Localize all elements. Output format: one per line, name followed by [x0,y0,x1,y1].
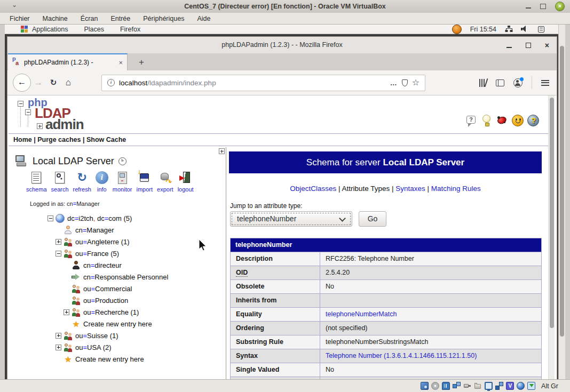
divider [9,133,549,134]
tree-item[interactable]: dc=i2tch, dc=com (5) [7,212,226,224]
schema-nav-item[interactable]: ObjectClasses [290,185,336,193]
tree-item[interactable]: Create new entry here [7,353,226,365]
tooltip-icon[interactable] [465,115,477,126]
recording-icon[interactable] [495,382,503,390]
vbox-menu-item[interactable]: Périphériques [143,15,184,22]
header-link[interactable]: Show Cache [86,136,126,143]
network-icon[interactable] [505,26,512,33]
toolbar-item-export[interactable]: export [155,171,175,193]
schema-nav-item[interactable]: Syntaxes [395,185,425,193]
minimize-button[interactable] [526,7,531,9]
usb-icon[interactable] [463,382,471,390]
firefox-account-icon[interactable] [513,78,522,87]
tab-close-icon[interactable]: × [118,59,123,67]
bug-icon[interactable] [496,115,508,126]
schema-nav-item[interactable]: Matching Rules [431,185,481,193]
gnome-menu-places[interactable]: Places [84,26,104,33]
tree-item[interactable]: cn=Manager [7,224,226,236]
new-tab-button[interactable]: + [134,55,148,69]
network-icon[interactable] [453,382,461,390]
expander-plus-icon[interactable] [56,345,61,350]
restore-button[interactable] [540,4,546,9]
tree-item[interactable]: ou=Angleterre (1) [7,236,226,247]
back-button[interactable] [13,74,31,92]
go-button[interactable]: Go [359,211,386,227]
gnome-menu-firefox[interactable]: Firefox [120,26,140,33]
tree-item[interactable]: ou=Commercial [7,283,226,294]
url-text[interactable]: localhost/ldapadmin/index.php [119,79,386,87]
forward-button[interactable] [31,78,46,87]
toolbar-item-monitor[interactable]: monitor [111,171,134,193]
tab-phpldapadmin[interactable]: phpLDAPadmin (1.2.3) - × [8,53,128,70]
toolbar-item-logout[interactable]: logout [176,171,195,193]
idea-icon[interactable] [481,115,493,126]
pocket-shield-icon[interactable] [402,79,408,86]
hard-disk-icon[interactable] [421,382,429,390]
features-icon[interactable] [506,382,514,390]
firefox-minimize-button[interactable] [506,47,512,48]
page-actions-icon[interactable]: … [390,79,398,87]
gnome-clock[interactable]: Fri 15:54 [470,26,496,33]
expander-plus-icon[interactable] [56,239,61,245]
vbox-menu-item[interactable]: Machine [43,15,68,22]
tree-item[interactable]: ou=USA (2) [7,341,226,353]
page-scrollbar[interactable] [548,95,555,379]
tree-item[interactable]: ou=Recherche (1) [7,306,226,318]
mouse-integration-icon[interactable] [517,382,525,390]
keyboard-icon[interactable] [527,382,535,390]
hamburger-menu-icon[interactable] [541,80,549,86]
tree-item[interactable]: ou=Production [7,294,226,306]
expander-plus-icon[interactable] [64,309,69,315]
toolbar-item-refresh[interactable]: refresh [72,171,93,193]
server-heading[interactable]: Local LDAP Server [14,155,126,167]
audio-icon[interactable] [442,382,450,390]
shared-folders-icon[interactable] [474,382,482,390]
toolbar-item-info[interactable]: info [94,171,110,193]
vm-scrollbar-thumb[interactable] [560,46,564,337]
server-name[interactable]: Local LDAP Server [33,156,114,167]
optical-disc-icon[interactable] [431,382,439,390]
tree-pane-toggle-icon[interactable] [219,148,225,154]
reload-button[interactable] [46,78,61,87]
attribute-value[interactable]: Telephone Number (1.3.6.1.4.1.1466.115.1… [326,352,477,359]
tree-item[interactable]: cn=Responsable Personnel [7,271,226,283]
sidebar-icon[interactable] [496,79,504,86]
page-scrollbar-thumb[interactable] [550,98,554,328]
display-icon[interactable] [485,382,493,390]
site-info-icon[interactable] [107,79,115,86]
notifier-icon[interactable] [452,25,462,34]
toolbar-item-search[interactable]: search [50,171,70,193]
vbox-menu-item[interactable]: Entrée [110,15,130,22]
tree-item[interactable]: Create new entry here [7,318,226,330]
attribute-type-select[interactable]: telephoneNumber [230,211,352,227]
url-bar[interactable]: localhost/ldapadmin/index.php … [101,75,425,91]
pane-divider[interactable] [226,147,226,379]
firefox-window: phpLDAPadmin (1.2.3) - - Mozilla Firefox… [7,36,557,379]
firefox-maximize-button[interactable] [526,43,531,48]
expander-minus-icon[interactable] [56,251,61,257]
toolbar-item-import[interactable]: import [135,171,155,193]
attribute-value[interactable]: telephoneNumberMatch [326,310,397,318]
help-icon[interactable] [527,115,539,126]
header-link[interactable]: Purge caches [37,136,81,143]
bookmark-star-icon[interactable] [412,78,419,87]
vbox-menu-item[interactable]: Aide [197,15,210,22]
firefox-close-button[interactable]: × [545,41,549,50]
volume-icon[interactable] [521,26,529,33]
expander-plus-icon[interactable] [56,333,61,339]
tree-item[interactable]: cn=directeur [7,259,226,271]
library-icon[interactable] [479,79,487,87]
vbox-menu-item[interactable]: Fichier [10,15,30,22]
close-button[interactable]: × [555,2,565,11]
vbox-menu-item[interactable]: Écran [81,15,98,22]
gnome-menu-applications[interactable]: Applications [21,26,68,33]
expander-minus-icon[interactable] [48,215,53,221]
tree-item[interactable]: ou=France (5) [7,247,226,259]
donate-icon[interactable] [512,115,524,126]
vm-scrollbar[interactable] [558,25,565,379]
header-link[interactable]: Home [13,136,32,143]
home-button[interactable] [61,77,76,88]
toolbar-item-schema[interactable]: schema [25,171,49,193]
message-list-icon[interactable] [538,26,544,33]
tree-item[interactable]: ou=Suisse (1) [7,330,226,341]
